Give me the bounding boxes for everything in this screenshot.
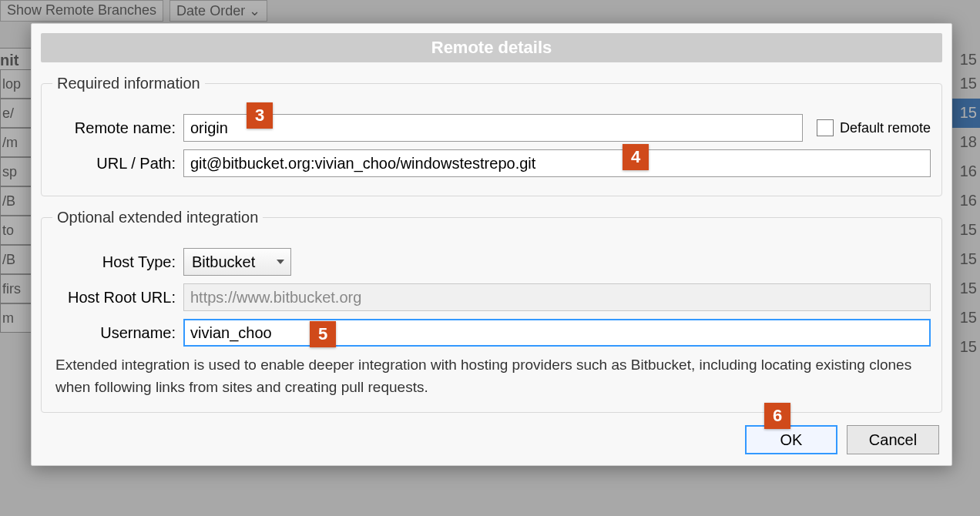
username-input[interactable] bbox=[183, 319, 931, 347]
cancel-button[interactable]: Cancel bbox=[847, 425, 939, 454]
host-type-value: Bitbucket bbox=[192, 253, 255, 271]
host-root-url-input bbox=[183, 283, 931, 311]
host-type-select[interactable]: Bitbucket bbox=[183, 248, 291, 276]
dialog-title: Remote details bbox=[41, 33, 942, 62]
annotation-badge-6: 6 bbox=[764, 403, 790, 429]
annotation-badge-4: 4 bbox=[623, 144, 649, 170]
optional-integration-group: Optional extended integration Host Type:… bbox=[41, 209, 942, 413]
url-path-input[interactable] bbox=[183, 149, 931, 177]
url-path-label: URL / Path: bbox=[52, 155, 176, 173]
username-label: Username: bbox=[52, 324, 176, 342]
remote-name-input[interactable] bbox=[183, 114, 803, 142]
remote-name-label: Remote name: bbox=[52, 119, 176, 137]
remote-details-dialog: Remote details Required information Remo… bbox=[31, 23, 952, 466]
annotation-badge-3: 3 bbox=[247, 102, 273, 129]
default-remote-checkbox[interactable] bbox=[817, 119, 834, 136]
required-information-group: Required information Remote name: Defaul… bbox=[41, 75, 942, 196]
annotation-badge-5: 5 bbox=[310, 321, 336, 347]
optional-integration-legend: Optional extended integration bbox=[52, 209, 263, 226]
host-root-url-label: Host Root URL: bbox=[52, 289, 176, 307]
default-remote-label: Default remote bbox=[840, 120, 931, 136]
host-type-label: Host Type: bbox=[52, 253, 176, 271]
ok-button[interactable]: OK bbox=[745, 425, 837, 454]
integration-hint-text: Extended integration is used to enable d… bbox=[55, 354, 928, 398]
required-information-legend: Required information bbox=[52, 75, 205, 92]
